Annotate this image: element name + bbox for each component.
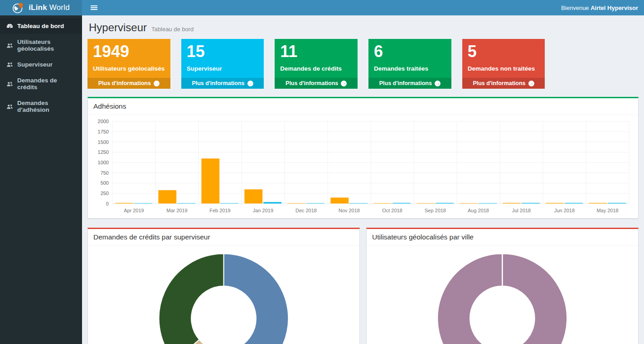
svg-text:Nov 2018: Nov 2018 bbox=[339, 208, 360, 213]
arrow-circle-icon: → bbox=[528, 81, 534, 86]
sidebar-item-demandes-adhesion[interactable]: Demandes d'adhésion bbox=[0, 95, 82, 118]
info-boxes-row: 1949 Utilisateurs géolocalisés Plus d'in… bbox=[87, 39, 639, 89]
svg-text:250: 250 bbox=[101, 191, 109, 196]
sidebar-item-superviseur[interactable]: Superviseur bbox=[0, 57, 82, 72]
info-box-value: 5 bbox=[468, 42, 540, 61]
svg-text:Jun 2018: Jun 2018 bbox=[554, 208, 575, 213]
page-subtitle: Tableau de bord bbox=[151, 26, 194, 33]
sidebar-item-label: Demandes de crédits bbox=[17, 77, 76, 91]
demandes-credits-donut-chart bbox=[92, 249, 355, 344]
svg-text:$: $ bbox=[20, 4, 22, 6]
svg-text:1500: 1500 bbox=[98, 139, 109, 145]
arrow-circle-icon: → bbox=[435, 81, 441, 86]
app-window: $ iLink World Bienvenue Airtel Hyperviso… bbox=[0, 0, 644, 344]
svg-text:1000: 1000 bbox=[98, 160, 109, 165]
sidebar-item-label: Utilisateurs géolocalisés bbox=[17, 38, 76, 52]
sidebar-item-tableau-de-bord[interactable]: Tableau de bord bbox=[0, 18, 82, 34]
utilisateurs-ville-donut-chart bbox=[371, 249, 634, 344]
globe-pin-icon: $ bbox=[12, 2, 24, 14]
svg-text:750: 750 bbox=[101, 170, 109, 176]
svg-text:Sep 2018: Sep 2018 bbox=[425, 208, 446, 213]
info-box-demandes-traitees: 6 Demandes traitées Plus d'informations→ bbox=[368, 39, 451, 89]
svg-text:0: 0 bbox=[106, 201, 109, 206]
svg-text:500: 500 bbox=[101, 180, 109, 186]
brand-logo[interactable]: $ iLink World bbox=[0, 0, 82, 15]
more-info-link[interactable]: Plus d'informations→ bbox=[181, 78, 264, 89]
sidebar-item-label: Superviseur bbox=[17, 61, 53, 68]
svg-text:Aug 2018: Aug 2018 bbox=[468, 208, 489, 213]
sidebar: Tableau de bord Utilisateurs géolocalisé… bbox=[0, 15, 82, 344]
info-box-label: Superviseur bbox=[187, 65, 259, 72]
svg-text:Jul 2018: Jul 2018 bbox=[512, 208, 531, 213]
info-box-value: 1949 bbox=[93, 42, 165, 61]
topbar: $ iLink World Bienvenue Airtel Hyperviso… bbox=[0, 0, 644, 15]
panel-title: Adhésions bbox=[88, 98, 638, 115]
arrow-circle-icon: → bbox=[341, 81, 347, 86]
sidebar-item-label: Demandes d'adhésion bbox=[17, 100, 76, 113]
svg-text:1250: 1250 bbox=[98, 149, 109, 155]
demandes-credits-panel: Demandes de crédits par superviseur bbox=[87, 228, 360, 344]
svg-text:Jan 2019: Jan 2019 bbox=[253, 208, 273, 213]
svg-text:Oct 2018: Oct 2018 bbox=[382, 208, 402, 213]
arrow-circle-icon: → bbox=[247, 81, 253, 86]
users-icon bbox=[6, 81, 13, 87]
adhesions-bar-chart: 025050075010001250150017502000Apr 2019Ma… bbox=[92, 119, 634, 215]
info-box-label: Demandes de crédits bbox=[280, 65, 352, 72]
navbar: Bienvenue Airtel Hypervisor bbox=[82, 0, 644, 15]
info-box-label: Demandes non traitées bbox=[468, 65, 540, 72]
info-box-label: Demandes traitées bbox=[374, 65, 446, 72]
main-content: HyperviseurTableau de bord 1949 Utilisat… bbox=[82, 15, 644, 344]
more-info-link[interactable]: Plus d'informations→ bbox=[87, 78, 170, 89]
sidebar-item-demandes-de-credits[interactable]: Demandes de crédits bbox=[0, 72, 82, 95]
info-box-demandes-credits: 11 Demandes de crédits Plus d'informatio… bbox=[275, 39, 358, 89]
utilisateurs-ville-panel: Utilisateurs géolocalisés par ville bbox=[366, 228, 639, 344]
dashboard-icon bbox=[6, 23, 13, 29]
panel-title: Demandes de crédits par superviseur bbox=[88, 229, 359, 246]
more-info-link[interactable]: Plus d'informations→ bbox=[462, 78, 545, 89]
info-box-label: Utilisateurs géolocalisés bbox=[93, 65, 165, 72]
more-info-link[interactable]: Plus d'informations→ bbox=[275, 78, 358, 89]
adhesions-panel: Adhésions 025050075010001250150017502000… bbox=[87, 97, 639, 219]
users-icon bbox=[6, 61, 13, 68]
panel-title: Utilisateurs géolocalisés par ville bbox=[367, 229, 638, 246]
info-box-value: 15 bbox=[187, 42, 259, 61]
info-box-demandes-non-traitees: 5 Demandes non traitées Plus d'informati… bbox=[462, 39, 545, 89]
brand-name: iLink World bbox=[29, 3, 70, 12]
users-icon bbox=[6, 42, 13, 49]
svg-text:Mar 2019: Mar 2019 bbox=[166, 208, 187, 213]
page-title: Hyperviseur bbox=[89, 21, 147, 34]
svg-text:1750: 1750 bbox=[98, 129, 109, 134]
info-box-utilisateurs-geolocalises: 1949 Utilisateurs géolocalisés Plus d'in… bbox=[87, 39, 170, 89]
users-icon bbox=[6, 103, 13, 110]
info-box-superviseur: 15 Superviseur Plus d'informations→ bbox=[181, 39, 264, 89]
welcome-message: Bienvenue Airtel Hypervisor bbox=[561, 5, 638, 11]
svg-text:May 2018: May 2018 bbox=[596, 208, 618, 213]
sidebar-toggle-button[interactable] bbox=[88, 3, 100, 13]
info-box-value: 6 bbox=[374, 42, 446, 61]
more-info-link[interactable]: Plus d'informations→ bbox=[368, 78, 451, 89]
svg-text:Dec 2018: Dec 2018 bbox=[295, 208, 317, 213]
sidebar-item-utilisateurs-geolocalises[interactable]: Utilisateurs géolocalisés bbox=[0, 34, 82, 57]
svg-text:2000: 2000 bbox=[98, 119, 109, 124]
info-box-value: 11 bbox=[280, 42, 352, 61]
arrow-circle-icon: → bbox=[154, 81, 160, 86]
svg-text:Feb 2019: Feb 2019 bbox=[209, 208, 230, 213]
sidebar-item-label: Tableau de bord bbox=[17, 23, 64, 29]
svg-text:Apr 2019: Apr 2019 bbox=[124, 208, 144, 213]
